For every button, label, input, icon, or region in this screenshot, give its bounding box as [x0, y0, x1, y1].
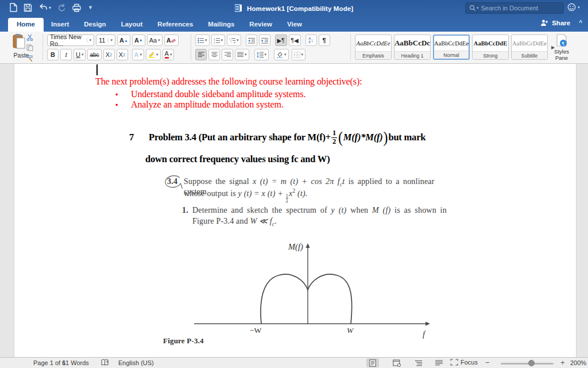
styles-pane-icon: ¶ — [555, 34, 568, 48]
focus-icon — [450, 359, 458, 366]
ribbon-tabs: Home Insert Design Layout References Mai… — [8, 17, 310, 32]
highlight-button[interactable]: ▾ — [146, 49, 161, 60]
borders-button[interactable]: ▾ — [292, 49, 306, 60]
align-left-button[interactable] — [195, 49, 207, 60]
ribbon: ▾ Paste Times New Ro...▾ 11▾ A▲ A▼ Aa▾ A… — [0, 32, 588, 64]
spellcheck-icon[interactable] — [101, 359, 110, 367]
word-count[interactable]: 61 Words — [62, 359, 89, 366]
share-person-icon — [540, 19, 549, 26]
borders-icon — [294, 52, 300, 58]
tab-home[interactable]: Home — [8, 18, 44, 32]
numbering-button[interactable]: 123▾ — [211, 34, 226, 46]
tab-review[interactable]: Review — [242, 18, 280, 32]
italic-button[interactable]: I — [60, 49, 72, 60]
align-center-button[interactable] — [208, 49, 220, 60]
objective-bullet-2: Analyze an amplitude modulation system. — [131, 99, 284, 110]
draft-view-button[interactable] — [432, 358, 445, 367]
superscript-button[interactable]: X2 — [117, 49, 128, 60]
bold-button[interactable]: B — [47, 49, 59, 60]
language-indicator[interactable]: English (US) — [118, 359, 154, 366]
multilevel-list-icon: 1ai — [229, 37, 235, 44]
justify-icon — [237, 52, 243, 57]
format-painter-icon[interactable] — [26, 55, 34, 63]
figure-w-label: W — [347, 326, 354, 335]
strikethrough-button[interactable]: abc — [87, 49, 101, 60]
bullet-icon: • — [115, 90, 118, 99]
svg-text:i: i — [231, 41, 232, 44]
smiley-dropdown-icon: ▾ — [578, 5, 580, 10]
ribbon-collapse-icon[interactable]: ^ — [579, 20, 582, 26]
increase-indent-button[interactable] — [259, 34, 270, 46]
align-right-button[interactable] — [222, 49, 233, 60]
decrease-indent-button[interactable] — [246, 34, 257, 46]
figure-caption: Figure P-3.4 — [163, 336, 204, 346]
tab-mailings[interactable]: Mailings — [200, 18, 242, 32]
web-layout-view-button[interactable] — [390, 358, 403, 367]
tab-references[interactable]: References — [150, 18, 200, 32]
feedback-smiley[interactable]: ▾ — [567, 3, 580, 12]
rtl-paragraph-button[interactable]: ¶◀ — [289, 34, 301, 46]
spectrum-figure: M(f) −W W f — [189, 240, 436, 339]
search-icon: ▾ — [469, 5, 479, 12]
page-indicator[interactable]: Page 1 of 1 — [33, 359, 65, 366]
bullet-icon: • — [115, 101, 118, 109]
svg-text:3: 3 — [214, 41, 215, 44]
change-case-button[interactable]: Aa▾ — [147, 34, 163, 46]
show-paragraph-marks-button[interactable]: ¶ — [319, 34, 330, 46]
sort-button[interactable]: AZ↓ — [305, 34, 317, 46]
focus-button[interactable]: Focus — [450, 359, 478, 366]
multilevel-list-button[interactable]: 1ai▾ — [227, 34, 241, 46]
styles-pane-button[interactable]: ¶ StylesPane — [548, 34, 575, 61]
zoom-slider-track[interactable] — [501, 363, 554, 365]
word-doc-icon — [235, 4, 242, 13]
grow-font-button[interactable]: A▲ — [117, 34, 130, 46]
zoom-in-button[interactable]: + — [560, 358, 565, 367]
tab-layout[interactable]: Layout — [114, 18, 150, 32]
text-effects-button[interactable]: A▾ — [132, 49, 144, 60]
word-window: ▾ ▼ Homework1 [Compatibility Mode] ▾ ▾ H… — [0, 0, 588, 368]
paint-bucket-icon — [276, 52, 283, 58]
underline-button[interactable]: U▾ — [74, 49, 86, 60]
style-normal[interactable]: AaBbCcDdEe Normal — [433, 34, 470, 60]
zoom-out-button[interactable]: − — [485, 358, 490, 367]
line-spacing-button[interactable]: ▾ — [254, 49, 269, 60]
web-layout-icon — [393, 359, 401, 367]
status-bar: Page 1 of 1 61 Words English (US) Focus … — [0, 357, 588, 368]
shading-button[interactable]: ▾ — [274, 49, 289, 60]
print-layout-view-button[interactable] — [366, 358, 379, 367]
cut-icon[interactable] — [26, 34, 34, 42]
style-subtitle[interactable]: AaBbCcDdEe Subtitle — [511, 34, 548, 60]
copy-icon[interactable] — [26, 44, 34, 52]
shrink-font-button[interactable]: A▼ — [132, 34, 145, 46]
bullets-button[interactable]: ▾ — [195, 34, 210, 46]
zoom-slider-thumb[interactable] — [528, 360, 535, 366]
figure-ylabel: M(f) — [288, 242, 303, 252]
style-strong[interactable]: AaBbCcDdE Strong — [472, 34, 509, 60]
share-button[interactable]: Share ^ — [540, 19, 582, 26]
bullet-list-icon — [198, 37, 204, 44]
subscript-button[interactable]: X2 — [103, 49, 115, 60]
problem-heading: 7Problem 3.4 (Put an arbitrary shape for… — [129, 125, 508, 165]
line-spacing-icon — [257, 52, 264, 58]
clear-formatting-button[interactable]: A — [164, 34, 179, 46]
search-box[interactable]: ▾ — [465, 2, 564, 14]
ltr-paragraph-button[interactable]: ▶¶ — [275, 34, 287, 46]
objective-bullet-1: Understand double sideband amplitude sys… — [131, 89, 305, 99]
font-size-combo[interactable]: 11▾ — [96, 34, 115, 46]
justify-button[interactable]: ▾ — [235, 49, 249, 60]
search-input[interactable] — [481, 5, 550, 12]
align-right-icon — [225, 52, 231, 57]
outline-view-button[interactable] — [412, 358, 425, 367]
tab-design[interactable]: Design — [76, 18, 113, 32]
zoom-percentage[interactable]: 200% — [570, 359, 586, 366]
item-1-number: 1. — [182, 206, 188, 215]
font-name-combo[interactable]: Times New Ro...▾ — [47, 34, 94, 46]
window-title: Homework1 [Compatibility Mode] — [247, 5, 353, 12]
tab-view[interactable]: View — [280, 18, 310, 32]
font-color-button[interactable]: A▾ — [163, 49, 175, 60]
course-objective-intro: The next problem(s) addresses the follow… — [95, 76, 362, 87]
tab-insert[interactable]: Insert — [44, 18, 76, 32]
style-emphasis[interactable]: AaBbCcDdEe Emphasis — [355, 34, 392, 60]
style-heading1[interactable]: AaBbCcDc Heading 1 — [394, 34, 431, 60]
scan-line-2: whose output is y (t) = x (t) + 12x2 (t)… — [184, 188, 308, 204]
